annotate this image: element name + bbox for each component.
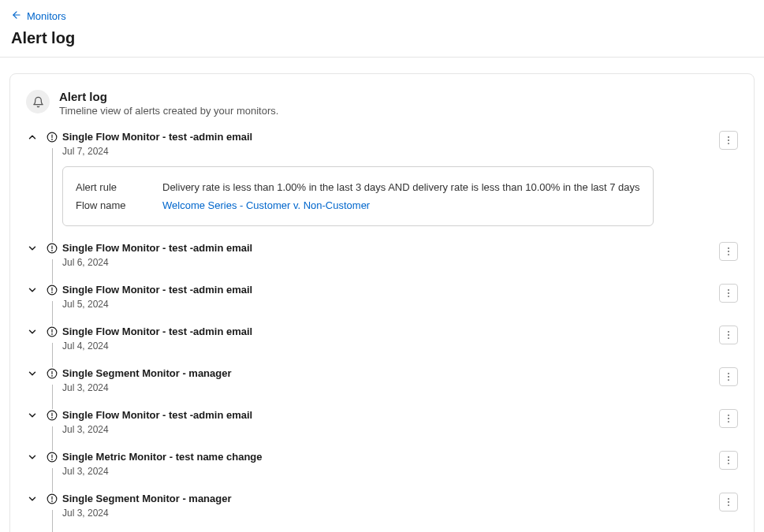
alert-log-card: Alert log Timeline view of alerts create… [9, 73, 755, 532]
svg-point-34 [728, 415, 729, 416]
svg-point-30 [728, 379, 729, 381]
alert-status-icon [47, 410, 58, 421]
svg-point-4 [728, 136, 729, 138]
alert-item: Single Flow Monitor - test -admin email … [26, 242, 738, 284]
alert-date: Jul 3, 2024 [62, 424, 252, 435]
back-arrow-icon[interactable] [11, 9, 22, 23]
alert-status-icon [47, 132, 58, 143]
chevron-down-icon[interactable] [26, 367, 39, 380]
svg-point-46 [728, 498, 729, 500]
svg-point-48 [728, 504, 729, 506]
svg-point-17 [728, 292, 729, 294]
alert-title: Single Flow Monitor - test -admin email [62, 409, 252, 421]
svg-point-36 [728, 421, 729, 422]
more-options-button[interactable] [719, 284, 738, 303]
timeline-connector [52, 426, 53, 451]
svg-point-5 [728, 140, 729, 141]
more-options-button[interactable] [719, 451, 738, 470]
alert-title: Single Segment Monitor - manager [62, 367, 232, 379]
svg-point-29 [728, 376, 729, 378]
card-title: Alert log [59, 90, 278, 103]
alert-date: Jul 4, 2024 [62, 340, 252, 352]
alert-status-icon [47, 285, 58, 296]
svg-point-24 [728, 337, 729, 339]
card-subtitle: Timeline view of alerts created by your … [59, 105, 278, 117]
svg-point-11 [728, 251, 729, 252]
chevron-down-icon[interactable] [26, 409, 39, 422]
alert-detail-box: Alert rule Delivery rate is less than 1.… [62, 166, 654, 226]
more-options-button[interactable] [719, 242, 738, 261]
alert-status-icon [47, 452, 58, 463]
svg-point-45 [52, 501, 53, 502]
svg-point-27 [52, 376, 53, 377]
chevron-down-icon[interactable] [26, 493, 39, 505]
alert-date: Jul 3, 2024 [62, 466, 263, 477]
bell-icon [26, 90, 50, 113]
alert-item: Single Segment Monitor - manager Jul 3, … [26, 367, 738, 409]
alert-title: Single Metric Monitor - test name change [62, 451, 263, 463]
more-options-button[interactable] [719, 131, 738, 150]
svg-point-3 [52, 140, 53, 140]
svg-point-15 [52, 292, 53, 293]
alert-date: Jul 5, 2024 [62, 299, 252, 310]
breadcrumb-link-monitors[interactable]: Monitors [27, 10, 66, 22]
detail-value-alert-rule: Delivery rate is less than 1.00% in the … [162, 181, 640, 193]
more-options-button[interactable] [719, 367, 738, 386]
alert-item: Single Flow Monitor - test -admin email … [26, 284, 738, 326]
svg-point-9 [52, 251, 53, 251]
detail-row: Flow name Welcome Series - Customer v. N… [76, 196, 640, 214]
svg-point-33 [52, 418, 53, 419]
timeline-connector [52, 343, 53, 367]
alert-item: Single Flow Monitor - test -admin email … [26, 409, 738, 451]
svg-point-22 [728, 331, 729, 333]
alert-item: Single Segment Monitor - manager Jul 3, … [26, 493, 738, 532]
timeline-connector [52, 259, 53, 284]
svg-point-35 [728, 418, 729, 419]
alert-item: Single Metric Monitor - test name change… [26, 451, 738, 493]
svg-point-28 [728, 373, 729, 374]
alert-date: Jul 3, 2024 [62, 508, 232, 519]
svg-point-6 [728, 143, 729, 144]
alert-list: Single Flow Monitor - test -admin email … [26, 131, 738, 532]
alert-title: Single Flow Monitor - test -admin email [62, 242, 252, 254]
svg-point-21 [52, 334, 53, 335]
alert-date: Jul 3, 2024 [62, 382, 232, 393]
alert-status-icon [47, 368, 58, 379]
timeline-connector [52, 385, 53, 409]
svg-point-40 [728, 456, 729, 458]
alert-status-icon [47, 326, 58, 337]
page-header: Monitors Alert log [0, 0, 764, 58]
alert-title: Single Flow Monitor - test -admin email [62, 284, 252, 296]
alert-date: Jul 6, 2024 [62, 257, 252, 268]
svg-point-47 [728, 501, 729, 503]
svg-point-18 [728, 296, 729, 297]
alert-item: Single Flow Monitor - test -admin email … [26, 326, 738, 367]
chevron-down-icon[interactable] [26, 242, 39, 255]
svg-point-23 [728, 334, 729, 336]
svg-point-10 [728, 247, 729, 249]
timeline-connector [52, 148, 53, 242]
alert-status-icon [47, 493, 58, 504]
detail-row: Alert rule Delivery rate is less than 1.… [76, 178, 640, 196]
chevron-down-icon[interactable] [26, 284, 39, 296]
timeline-connector [52, 301, 53, 326]
content-area: Alert log Timeline view of alerts create… [0, 58, 764, 532]
svg-point-16 [728, 289, 729, 291]
breadcrumb: Monitors [11, 9, 753, 23]
alert-title: Single Flow Monitor - test -admin email [62, 326, 252, 337]
detail-label-flow-name: Flow name [76, 199, 131, 211]
chevron-down-icon[interactable] [26, 326, 39, 338]
page-title: Alert log [11, 29, 753, 47]
detail-label-alert-rule: Alert rule [76, 181, 131, 193]
more-options-button[interactable] [719, 409, 738, 428]
alert-date: Jul 7, 2024 [62, 146, 654, 157]
svg-point-42 [728, 463, 729, 464]
timeline-connector [52, 468, 53, 493]
timeline-connector [52, 510, 53, 532]
chevron-up-icon[interactable] [26, 131, 39, 143]
detail-value-flow-link[interactable]: Welcome Series - Customer v. Non-Custome… [162, 199, 370, 211]
svg-point-39 [52, 459, 53, 460]
chevron-down-icon[interactable] [26, 451, 39, 463]
more-options-button[interactable] [719, 493, 738, 512]
more-options-button[interactable] [719, 326, 738, 344]
